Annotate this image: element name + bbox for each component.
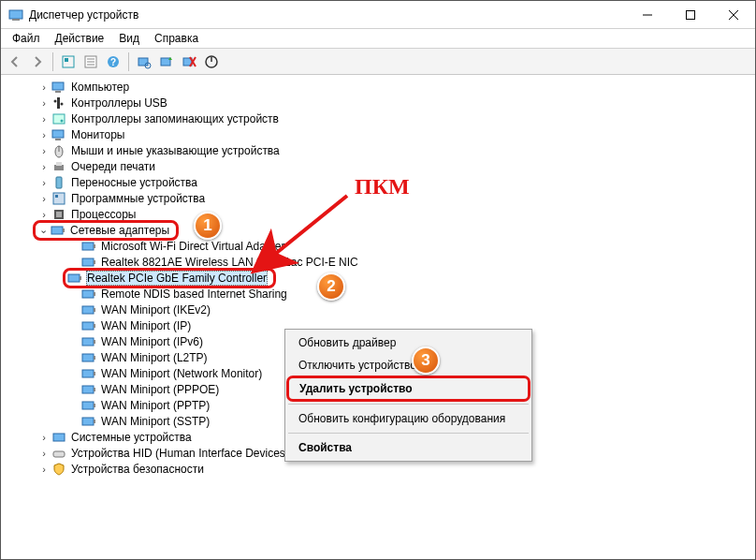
menu-view[interactable]: Вид — [111, 30, 147, 47]
update-driver-button[interactable] — [156, 52, 177, 72]
svg-rect-65 — [53, 434, 65, 441]
network-adapter-icon — [67, 271, 82, 286]
menu-file[interactable]: Файл — [5, 30, 48, 47]
svg-point-25 — [61, 102, 64, 105]
system-icon — [51, 430, 66, 445]
tree-item[interactable]: WAN Miniport (PPTP) — [100, 398, 211, 413]
tree-item[interactable]: WAN Miniport (IPv6) — [100, 334, 204, 349]
chevron-right-icon[interactable]: › — [36, 113, 51, 125]
tree-item[interactable]: WAN Miniport (IKEv2) — [100, 302, 211, 317]
tree-category-network[interactable]: Сетевые адаптеры — [69, 223, 170, 238]
tree-item[interactable]: Microsoft Wi-Fi Direct Virtual Adapter — [100, 239, 286, 254]
chevron-right-icon[interactable]: › — [36, 145, 51, 156]
svg-rect-22 — [55, 91, 61, 93]
svg-rect-64 — [94, 420, 95, 423]
tree-item-selected[interactable]: Realtek PCIe GbE Family Controller — [86, 271, 268, 286]
svg-rect-43 — [82, 258, 94, 266]
portable-icon — [51, 175, 66, 190]
tree-category[interactable]: Мониторы — [70, 127, 125, 142]
svg-point-24 — [54, 99, 57, 102]
ctx-uninstall-device[interactable]: Удалить устройство — [286, 376, 531, 402]
tree-category[interactable]: Контроллеры USB — [70, 96, 168, 111]
annotation-pkm-label: ПКМ — [355, 174, 410, 199]
tree-category[interactable]: Очереди печати — [70, 159, 156, 174]
chevron-right-icon[interactable]: › — [36, 193, 51, 204]
svg-rect-60 — [94, 388, 95, 391]
storage-icon — [51, 111, 66, 126]
svg-rect-62 — [94, 404, 95, 407]
chevron-right-icon[interactable]: › — [36, 432, 51, 443]
svg-rect-44 — [94, 260, 95, 264]
svg-rect-50 — [94, 308, 95, 312]
menu-action[interactable]: Действие — [48, 30, 112, 47]
svg-rect-47 — [82, 290, 94, 298]
ctx-disable-device[interactable]: Отключить устройство — [287, 354, 530, 376]
toolbar: ? — [1, 49, 755, 75]
tree-category[interactable]: Устройства HID (Human Interface Devices) — [70, 446, 290, 461]
network-adapter-icon — [81, 382, 96, 397]
svg-point-27 — [61, 119, 64, 122]
chevron-right-icon[interactable]: › — [36, 209, 51, 220]
tree-item[interactable]: WAN Miniport (L2TP) — [100, 350, 209, 365]
chevron-down-icon[interactable]: ⌄ — [36, 224, 51, 236]
tree-item[interactable]: WAN Miniport (PPPOE) — [100, 382, 220, 397]
svg-rect-41 — [82, 243, 94, 250]
close-button[interactable] — [712, 1, 755, 28]
svg-rect-23 — [57, 97, 60, 109]
tree-item[interactable]: WAN Miniport (IP) — [100, 318, 192, 333]
show-hidden-button[interactable] — [58, 52, 79, 72]
uninstall-button[interactable] — [179, 52, 199, 72]
tree-category[interactable]: Переносные устройства — [70, 175, 198, 190]
svg-rect-63 — [82, 418, 94, 425]
annotation-badge-2: 2 — [317, 273, 345, 301]
maximize-button[interactable] — [669, 1, 712, 28]
hid-icon — [51, 446, 66, 461]
ctx-scan-hardware[interactable]: Обновить конфигурацию оборудования — [287, 407, 530, 430]
software-icon — [51, 191, 66, 206]
network-adapter-icon — [81, 318, 96, 333]
chevron-right-icon[interactable]: › — [36, 161, 51, 172]
ctx-properties[interactable]: Свойства — [287, 436, 530, 459]
disable-button[interactable] — [201, 52, 222, 72]
svg-rect-45 — [68, 274, 80, 282]
ctx-separator — [288, 433, 529, 434]
forward-button[interactable] — [27, 52, 48, 72]
menu-help[interactable]: Справка — [147, 30, 206, 47]
app-icon — [8, 7, 23, 22]
tree-category[interactable]: Программные устройства — [70, 191, 206, 206]
network-adapter-icon — [81, 334, 96, 349]
svg-rect-48 — [94, 292, 95, 296]
annotation-badge-3: 3 — [412, 346, 440, 375]
tree-category[interactable]: Контроллеры запоминающих устройств — [70, 111, 280, 126]
tree-item[interactable]: WAN Miniport (Network Monitor) — [100, 366, 263, 381]
monitor-icon — [51, 80, 66, 95]
back-button[interactable] — [5, 52, 25, 72]
svg-rect-54 — [94, 340, 95, 344]
scan-hardware-button[interactable] — [134, 52, 154, 72]
chevron-right-icon[interactable]: › — [36, 97, 51, 109]
chevron-right-icon[interactable]: › — [36, 81, 51, 93]
chevron-right-icon[interactable]: › — [36, 129, 51, 140]
network-adapter-icon — [81, 302, 96, 317]
chevron-right-icon[interactable]: › — [36, 177, 51, 188]
tree-item[interactable]: WAN Miniport (SSTP) — [100, 414, 211, 429]
svg-rect-40 — [63, 228, 65, 232]
svg-rect-29 — [55, 139, 61, 140]
ctx-update-driver[interactable]: Обновить драйвер — [287, 332, 530, 354]
device-tree[interactable]: ›Компьютер›Контроллеры USB›Контроллеры з… — [1, 75, 755, 559]
chevron-right-icon[interactable]: › — [36, 448, 51, 459]
svg-rect-21 — [52, 82, 64, 90]
tree-item[interactable]: Remote NDIS based Internet Sharing — [100, 287, 288, 302]
help-button[interactable]: ? — [103, 52, 124, 72]
tree-category[interactable]: Системные устройства — [70, 430, 193, 445]
properties-button[interactable] — [80, 52, 101, 72]
svg-rect-46 — [80, 276, 81, 280]
tree-category[interactable]: Компьютер — [70, 80, 130, 95]
network-adapter-icon — [81, 350, 96, 365]
svg-rect-42 — [94, 244, 95, 248]
mouse-icon — [51, 143, 66, 158]
tree-category[interactable]: Мыши и иные указывающие устройства — [70, 143, 281, 158]
minimize-button[interactable] — [626, 1, 669, 28]
tree-category[interactable]: Устройства безопасности — [70, 462, 205, 477]
chevron-right-icon[interactable]: › — [36, 464, 51, 475]
